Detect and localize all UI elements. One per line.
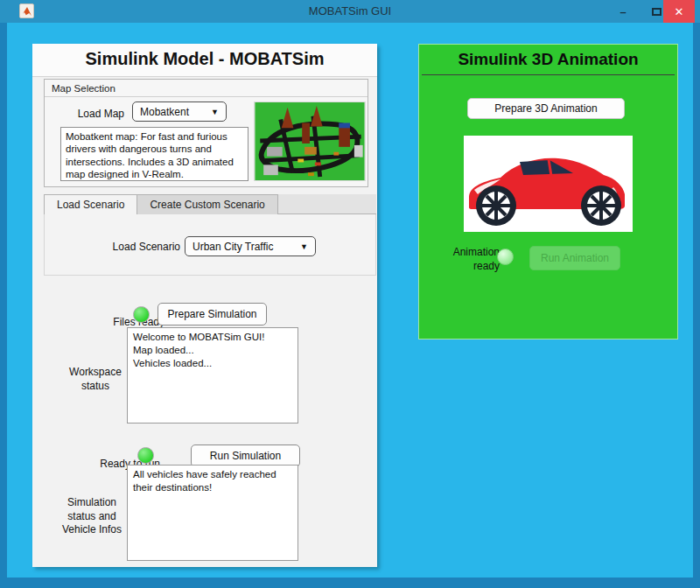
scenario-tab-bar: Load Scenario Create Custom Scenario [44, 194, 376, 214]
files-ready-label: Files ready [77, 316, 164, 328]
load-map-label: Load Map [59, 108, 124, 120]
workspace-status-textarea[interactable]: Welcome to MOBATSim GUI! Map loaded... V… [127, 327, 298, 424]
ready-to-run-led-indicator [137, 447, 154, 464]
car-image [464, 136, 633, 232]
tab-bar-filler [278, 194, 376, 214]
run-animation-button[interactable]: Run Animation [529, 246, 620, 270]
simulation-status-label: Simulation status and Vehicle Infos [59, 496, 125, 537]
prepare-3d-animation-button[interactable]: Prepare 3D Animation [467, 98, 625, 119]
map-selection-group: Map Selection Load Map Mobatkent ▼ Mobat… [44, 79, 368, 187]
animation-ready-label: Animation ready [437, 246, 500, 273]
right-panel-title: Simulink 3D Animation [419, 50, 677, 69]
car-rear-wheel [476, 186, 516, 226]
left-panel-header: Simulink Model - MOBATSim [32, 44, 377, 77]
left-panel-title: Simulink Model - MOBATSim [32, 49, 377, 69]
load-scenario-dropdown[interactable]: Urban City Traffic ▼ [185, 236, 316, 256]
window-background: Simulink Model - MOBATSim Map Selection … [7, 23, 693, 578]
map-selection-group-label: Map Selection [45, 80, 368, 97]
map-preview-image [254, 102, 366, 181]
files-ready-led-indicator [133, 306, 150, 323]
load-scenario-tab-content: Load Scenario Urban City Traffic ▼ [44, 214, 376, 276]
window-title: MOBATSim GUI [0, 4, 700, 18]
simulink-model-panel: Simulink Model - MOBATSim Map Selection … [32, 44, 377, 567]
right-panel-title-divider [422, 74, 675, 75]
workspace-status-label: Workspace status [66, 366, 125, 393]
tab-load-scenario[interactable]: Load Scenario [44, 194, 137, 214]
maximize-icon [652, 8, 662, 16]
simulation-status-textarea[interactable]: All vehicles have safely reached their d… [127, 465, 298, 561]
minimize-button[interactable]: – [610, 0, 636, 23]
chevron-down-icon: ▼ [211, 108, 219, 116]
tab-create-custom-scenario[interactable]: Create Custom Scenario [137, 194, 277, 214]
load-map-dropdown[interactable]: Mobatkent ▼ [132, 102, 227, 122]
mobatsim-window: MOBATSim GUI – ✕ Simulink Model - MOBATS… [0, 0, 700, 588]
title-bar: MOBATSim GUI – ✕ [0, 0, 700, 23]
close-button[interactable]: ✕ [663, 0, 695, 23]
map-description-box: Mobatkent map: For fast and furious driv… [60, 127, 248, 181]
car-front-wheel [581, 186, 621, 226]
prepare-simulation-button[interactable]: Prepare Simulation [158, 303, 267, 326]
load-map-selected-value: Mobatkent [140, 106, 189, 118]
load-scenario-label: Load Scenario [88, 241, 180, 253]
chevron-down-icon: ▼ [300, 242, 308, 251]
simulink-3d-animation-panel: Simulink 3D Animation Prepare 3D Animati… [418, 44, 678, 340]
animation-ready-led-indicator [497, 248, 514, 265]
load-scenario-selected-value: Urban City Traffic [192, 241, 273, 253]
